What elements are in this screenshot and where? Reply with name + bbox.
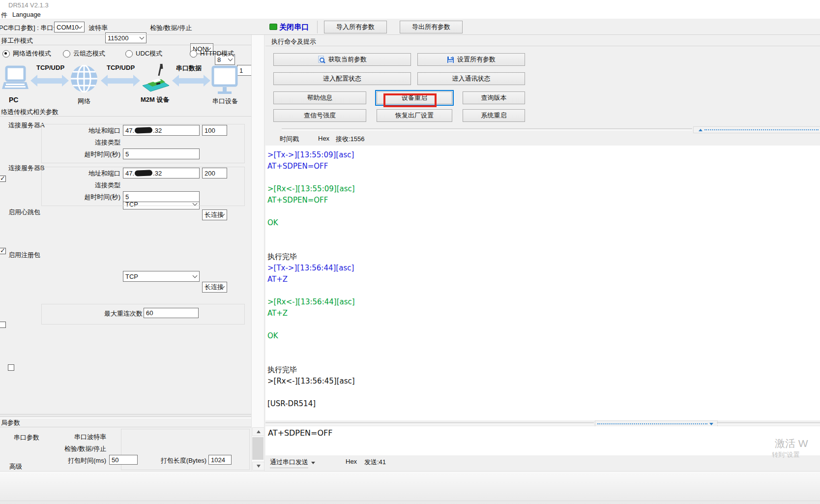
work-mode-option-2[interactable]: UDC模式 (125, 49, 162, 58)
register-label: 启用注册包 (8, 251, 40, 260)
server-a-port-input[interactable]: 100 (202, 125, 227, 136)
gp-parity-label: 检验/数据/停止 (57, 445, 106, 453)
server-b-type-select[interactable]: TCP (123, 271, 200, 282)
arrow-m2m-serial (172, 75, 210, 87)
app-window: DR514 V2.1.3 件 Language PC串口参数] : 串口号 CO… (0, 0, 820, 504)
send-text-area[interactable]: AT+SDPEN=OFF (265, 426, 820, 455)
get-params-button[interactable]: 获取当前参数 (273, 53, 411, 66)
factory-reset-button[interactable]: 恢复出厂设置 (377, 109, 452, 122)
query-version-button[interactable]: 查询版本 (463, 91, 525, 104)
radio-icon[interactable] (190, 50, 197, 58)
send-via-serial-button[interactable]: 通过串口发送 (270, 458, 315, 468)
register-checkbox[interactable] (8, 364, 14, 371)
com-port-select[interactable]: COM10 (54, 22, 85, 32)
window-title: DR514 V2.1.3 (8, 1, 49, 9)
server-a-connmode-select[interactable]: 长连接 (202, 209, 227, 220)
heartbeat-checkbox[interactable] (0, 322, 6, 328)
server-a-addr-label: 地址和端口 (71, 126, 120, 135)
serial-device-icon (211, 65, 238, 98)
activate-windows-watermark-line2: 转到"设置 (772, 450, 800, 459)
baud-label: 波特率 (88, 24, 108, 32)
server-a-timeout-label: 超时时间(秒) (71, 150, 120, 159)
work-mode-option-label: 网络透传模式 (13, 49, 51, 58)
pc-serial-label: PC串口参数] : 串口号 (0, 24, 60, 32)
import-params-button[interactable]: 导入所有参数 (324, 21, 387, 33)
signal-strength-button[interactable]: 查信号强度 (273, 109, 366, 122)
send-hex-label: Hex (346, 458, 357, 465)
redaction-mask (135, 127, 152, 133)
chevron-down-icon (140, 35, 145, 40)
send-button-label: 通过串口发送 (270, 458, 308, 468)
timestamp-label: 时间戳 (280, 135, 299, 144)
work-mode-option-1[interactable]: 云组态模式 (63, 49, 105, 58)
menu-language[interactable]: Language (12, 11, 41, 18)
log-line: AT+SDPEN=OFF (267, 161, 820, 172)
server-a-address-input[interactable]: 47..32 (123, 125, 200, 136)
scrollbar-thumb[interactable] (252, 437, 264, 460)
work-mode-option-0[interactable]: 网络透传模式 (2, 49, 51, 58)
advanced-label: 高级 (9, 462, 22, 471)
link1-label: TCP/UDP (36, 64, 64, 71)
server-b-connmode-select[interactable]: 长连接 (202, 282, 227, 293)
log-output-area[interactable]: >[Tx->][13:55:09][asc]AT+SDPEN=OFF >[Rx<… (265, 146, 820, 420)
log-line (267, 285, 820, 296)
server-b-port-input[interactable]: 200 (202, 168, 227, 178)
arrow-down-icon (257, 465, 261, 468)
help-button[interactable]: 帮助信息 (273, 91, 366, 104)
radio-icon[interactable] (2, 50, 10, 58)
enter-config-button[interactable]: 进入配置状态 (273, 72, 411, 85)
server-b-type-label: 连接类型 (71, 181, 120, 190)
timeout-value: 5 (125, 193, 129, 201)
baud-value: 115200 (108, 34, 128, 42)
gp-packlen-input[interactable]: 1024 (208, 455, 232, 465)
server-b-timeout-label: 超时时间(秒) (71, 193, 120, 202)
annotation-red-box (383, 93, 437, 107)
addr-end: .32 (153, 170, 162, 177)
log-line (267, 342, 820, 353)
log-line (267, 387, 820, 398)
work-mode-option-3[interactable]: HTTPD模式 (190, 49, 234, 58)
log-line: >[Rx<-][13:56:45][asc] (267, 376, 820, 387)
net-params-title: 络透传模式相关参数 (1, 108, 59, 117)
activate-windows-watermark: 激活 W (775, 437, 808, 450)
log-splitter-handle[interactable] (693, 126, 820, 133)
radio-icon[interactable] (63, 50, 70, 58)
server-a-timeout-input[interactable]: 5 (123, 148, 200, 159)
reconnect-input[interactable]: 60 (144, 308, 199, 318)
server-b-checkbox[interactable] (0, 248, 6, 254)
link3-label: 串口数据 (176, 64, 202, 73)
com-port-value: COM10 (57, 24, 79, 31)
log-line: >[Tx->][13:55:09][asc] (267, 149, 820, 161)
global-params-title: 局参数 (1, 418, 20, 427)
server-b-timeout-input[interactable]: 5 (123, 191, 200, 202)
radio-icon[interactable] (125, 50, 133, 58)
enter-comm-button[interactable]: 进入通讯状态 (417, 72, 525, 85)
redaction-mask (135, 170, 152, 176)
type-value: TCP (125, 273, 138, 280)
server-a-label: 连接服务器A (8, 121, 45, 130)
scroll-down-button[interactable] (252, 462, 264, 471)
port-value: 100 (205, 127, 215, 134)
collapse-up-icon (699, 129, 703, 131)
log-line: OK (267, 217, 820, 229)
scroll-up-button[interactable] (252, 427, 264, 436)
send-splitter-line-left (265, 422, 594, 425)
send-splitter-line-right (717, 422, 820, 425)
gp-packtime-input[interactable]: 50 (109, 455, 138, 465)
log-line (267, 240, 820, 251)
commands-title-line (265, 46, 820, 46)
system-reboot-button[interactable]: 系统重启 (463, 109, 525, 122)
heartbeat-label: 启用心跳包 (8, 208, 40, 217)
gp-packtime-value: 50 (112, 456, 118, 464)
set-params-button[interactable]: 设置所有参数 (417, 53, 525, 66)
arrow-network-m2m (101, 75, 140, 87)
work-mode-title: 择工作模式 (1, 36, 33, 45)
dropdown-arrow-icon (311, 462, 315, 464)
close-port-button[interactable]: 关闭串口 (279, 23, 309, 32)
timeout-value: 5 (125, 150, 129, 158)
server-a-checkbox[interactable] (0, 176, 6, 182)
server-b-address-input[interactable]: 47..32 (123, 168, 200, 178)
export-params-button[interactable]: 导出所有参数 (400, 21, 463, 33)
port-value: 200 (205, 170, 215, 177)
menu-file[interactable]: 件 (1, 11, 7, 20)
